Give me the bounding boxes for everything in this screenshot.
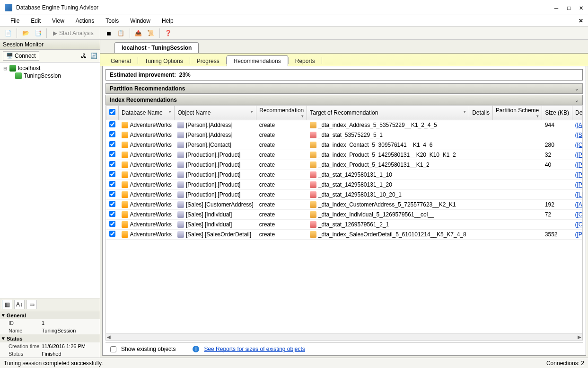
column-header[interactable]: Details [469, 106, 493, 120]
column-header[interactable]: Object Name▾ [175, 106, 256, 120]
definition-link[interactable]: ([ProductID [575, 171, 583, 178]
menu-edit[interactable]: Edit [25, 16, 46, 26]
help-icon[interactable]: ❓ [163, 28, 174, 38]
connect-button[interactable]: 🖥️ Connect [3, 51, 39, 61]
category-status[interactable]: ▾Status [0, 334, 100, 342]
row-checkbox[interactable] [109, 161, 115, 167]
refresh-icon[interactable]: 🔄 [90, 53, 97, 59]
database-icon [122, 201, 128, 208]
table-row[interactable]: AdventureWorks[Sales].[SalesOrderDetail]… [106, 230, 583, 240]
table-row[interactable]: AdventureWorks[Production].[Product]crea… [106, 190, 583, 200]
column-header[interactable]: Recommendation▾ [256, 106, 307, 120]
definition-link[interactable]: ([ProductID [575, 162, 583, 168]
new-session-icon[interactable]: 📄 [3, 28, 13, 38]
stop-icon[interactable]: ◼ [104, 28, 114, 38]
show-existing-label: Show existing objects [121, 346, 176, 352]
row-checkbox[interactable] [109, 221, 115, 227]
menu-actions[interactable]: Actions [70, 16, 100, 26]
see-reports-link[interactable]: See Reports for sizes of existing object… [204, 346, 305, 352]
table-row[interactable]: AdventureWorks[Sales].[Individual]create… [106, 220, 583, 230]
horizontal-scrollbar[interactable]: ◀▶ [105, 333, 583, 341]
definition-link[interactable]: ([ContactID [575, 221, 583, 228]
start-analysis-button[interactable]: ▶ Start Analysis [50, 30, 97, 36]
table-icon [177, 211, 184, 218]
column-header[interactable]: Size (KB) [542, 106, 572, 120]
session-tab[interactable]: localhost - TuningSession [114, 42, 199, 53]
column-header[interactable]: Target of Recommendation▾ [307, 106, 469, 120]
tab-recommendations[interactable]: Recommendations [227, 55, 288, 66]
table-row[interactable]: AdventureWorks[Production].[Product]crea… [106, 150, 583, 160]
row-checkbox[interactable] [109, 171, 115, 177]
session-tree: ⊟ localhost TuningSession [0, 63, 100, 298]
property-pages-icon[interactable]: ▭ [26, 300, 37, 309]
categorized-icon[interactable]: ▦ [2, 300, 12, 309]
recommendations-grid[interactable]: Database Name▾Object Name▾Recommendation… [105, 105, 583, 333]
definition-link[interactable]: ([ProductMo [575, 152, 583, 158]
definition-link[interactable]: ([ListPrice], [575, 191, 583, 198]
select-all-checkbox[interactable] [109, 109, 115, 115]
table-icon [177, 221, 184, 228]
row-checkbox[interactable] [109, 231, 115, 237]
tab-reports[interactable]: Reports [289, 56, 322, 66]
chevron-down-icon: ⌄ [575, 98, 579, 103]
definition-link[interactable]: ([AddressID [575, 122, 583, 128]
index-icon [310, 142, 316, 148]
definition-link[interactable]: ([ProductID [575, 231, 583, 238]
close-button[interactable]: ✕ [579, 4, 583, 11]
table-row[interactable]: AdventureWorks[Production].[Product]crea… [106, 180, 583, 190]
category-general[interactable]: ▾General [0, 311, 100, 319]
definition-link[interactable]: ([ContactID [575, 142, 583, 148]
column-header[interactable] [106, 106, 119, 120]
row-checkbox[interactable] [109, 131, 115, 137]
table-row[interactable]: AdventureWorks[Sales].[Individual]create… [106, 210, 583, 220]
mdi-close-button[interactable]: ✕ [579, 18, 583, 24]
open-table-icon[interactable]: 📑 [33, 28, 43, 38]
column-header[interactable]: Partition Scheme▾ [492, 106, 542, 120]
table-row[interactable]: AdventureWorks[Production].[Product]crea… [106, 160, 583, 170]
row-checkbox[interactable] [109, 181, 115, 187]
definition-link[interactable]: ([ProductID [575, 181, 583, 188]
tree-session-node[interactable]: TuningSession [3, 72, 97, 80]
row-checkbox[interactable] [109, 211, 115, 217]
table-icon [177, 162, 184, 168]
tab-general[interactable]: General [104, 56, 138, 66]
menu-window[interactable]: Window [124, 16, 156, 26]
export-icon[interactable]: 📤 [133, 28, 144, 38]
open-file-icon[interactable]: 📂 [20, 28, 31, 38]
minimize-button[interactable]: — [554, 4, 558, 11]
copy-icon[interactable]: 📋 [116, 28, 126, 38]
menu-file[interactable]: File [5, 16, 25, 26]
index-icon [310, 122, 316, 128]
row-checkbox[interactable] [109, 191, 115, 197]
row-checkbox[interactable] [109, 151, 115, 157]
table-row[interactable]: AdventureWorks[Production].[Product]crea… [106, 170, 583, 180]
menu-view[interactable]: View [46, 16, 70, 26]
column-header[interactable]: Definition [572, 106, 583, 120]
maximize-button[interactable]: ☐ [567, 4, 570, 11]
tab-progress[interactable]: Progress [190, 56, 226, 66]
table-row[interactable]: AdventureWorks[Person].[Address]create_d… [106, 120, 583, 130]
row-checkbox[interactable] [109, 121, 115, 127]
row-checkbox[interactable] [109, 201, 115, 207]
table-row[interactable]: AdventureWorks[Person].[Address]create_d… [106, 130, 583, 140]
tree-server-node[interactable]: ⊟ localhost [3, 64, 97, 72]
menu-tools[interactable]: Tools [100, 16, 124, 26]
index-recommendations-header[interactable]: Index Recommendations ⌄ [105, 95, 583, 105]
partition-recommendations-header[interactable]: Partition Recommendations ⌄ [105, 83, 583, 94]
definition-link[interactable]: ([StateProvi [575, 132, 583, 138]
database-icon [122, 211, 128, 218]
definition-link[interactable]: ([AddressID [575, 201, 583, 208]
expander-icon[interactable]: ⊟ [3, 66, 8, 71]
tab-tuning-options[interactable]: Tuning Options [138, 56, 190, 66]
show-existing-checkbox[interactable] [110, 346, 116, 352]
table-row[interactable]: AdventureWorks[Person].[Contact]create_d… [106, 140, 583, 150]
column-header[interactable]: Database Name▾ [119, 106, 175, 120]
definition-link[interactable]: ([Customer [575, 211, 583, 218]
script-icon[interactable]: 📜 [146, 28, 156, 38]
menu-help[interactable]: Help [156, 16, 179, 26]
row-checkbox[interactable] [109, 141, 115, 147]
disconnect-icon[interactable]: 🖧 [81, 53, 88, 59]
table-row[interactable]: AdventureWorks[Sales].[CustomerAddress]c… [106, 200, 583, 210]
alphabetical-icon[interactable]: A↓ [14, 300, 25, 309]
index-icon [310, 201, 316, 208]
